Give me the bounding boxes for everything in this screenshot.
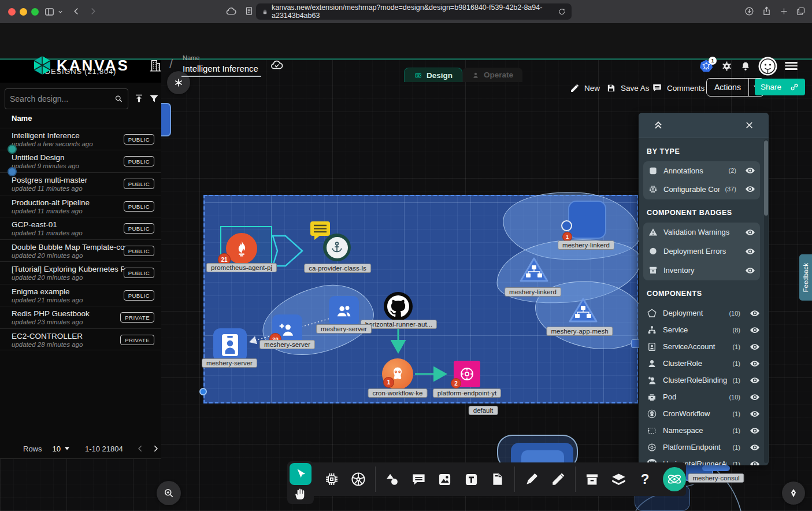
tool-image[interactable]: [433, 466, 457, 492]
tool-text[interactable]: [459, 466, 484, 492]
annotate-pen-button[interactable]: [782, 482, 805, 505]
comments-button[interactable]: Comments: [652, 79, 705, 97]
eye-icon[interactable]: [750, 442, 760, 453]
panel-scrollbar[interactable]: [764, 139, 768, 463]
tool-note[interactable]: [486, 466, 510, 492]
design-list-item[interactable]: Enigma example updated 21 minutes ago PU…: [0, 284, 161, 306]
component-row-namespace[interactable]: Namespace (1): [647, 422, 760, 439]
new-tab-icon[interactable]: [780, 7, 788, 16]
rows-per-page-select[interactable]: 10: [53, 445, 61, 453]
eye-icon[interactable]: [750, 392, 760, 402]
meshery-linkerd-triangle-node[interactable]: [518, 255, 550, 284]
ca-provider-node[interactable]: [323, 234, 351, 261]
design-list-item[interactable]: Untitled Design updated 9 minutes ago PU…: [0, 150, 161, 172]
component-row-platformendpoint[interactable]: PlatformEndpoint (1): [647, 439, 760, 456]
tool-shapes[interactable]: [380, 466, 404, 492]
badge-row-deployment-errors[interactable]: Deployment Errors: [643, 242, 760, 261]
component-row-clusterrolebinding[interactable]: ClusterRoleBinding (1): [647, 372, 760, 388]
zoom-button[interactable]: [157, 481, 181, 505]
organization-icon[interactable]: [148, 58, 163, 73]
back-icon[interactable]: [72, 6, 81, 16]
next-page-button[interactable]: [151, 444, 160, 453]
tool-freehand[interactable]: [546, 466, 570, 492]
forward-icon[interactable]: [88, 6, 98, 16]
reload-icon[interactable]: [558, 8, 566, 16]
minimize-window-button[interactable]: [20, 8, 27, 16]
chevron-down-icon[interactable]: [57, 9, 64, 15]
share-button[interactable]: Share: [755, 79, 805, 95]
meshery-server-card-node[interactable]: [213, 328, 247, 362]
tool-configurable-component[interactable]: [320, 466, 344, 492]
bell-icon[interactable]: [740, 61, 751, 72]
filter-icon[interactable]: [149, 93, 160, 104]
search-box[interactable]: [5, 88, 128, 109]
eye-icon[interactable]: [750, 425, 760, 436]
eye-icon[interactable]: [745, 184, 755, 194]
eye-icon[interactable]: [750, 342, 760, 352]
gear-icon[interactable]: [721, 61, 732, 72]
column-header-name[interactable]: Name: [12, 114, 32, 123]
tool-select[interactable]: [290, 463, 312, 485]
close-window-button[interactable]: [8, 8, 16, 16]
component-row-deployment[interactable]: Deployment (10): [647, 305, 760, 321]
eye-icon[interactable]: [745, 165, 755, 176]
eye-icon[interactable]: [750, 308, 760, 319]
eye-icon[interactable]: [750, 459, 760, 466]
design-list-item[interactable]: EC2-CONTROLLER updated 28 minutes ago PR…: [0, 328, 161, 350]
feedback-tab[interactable]: Feedback: [799, 254, 812, 301]
eye-icon[interactable]: [750, 358, 760, 369]
eye-icon[interactable]: [750, 409, 760, 419]
design-list-item[interactable]: [Tutorial] Exploring Kubernetes Pod upda…: [0, 261, 161, 283]
import-design-icon[interactable]: [134, 93, 144, 104]
design-list-item[interactable]: Postgres multi-master updated 11 minutes…: [0, 172, 161, 194]
menu-icon[interactable]: [785, 62, 798, 70]
design-list-item[interactable]: Production-alt Pipeline updated 11 minut…: [0, 195, 161, 217]
cloud-icon[interactable]: [225, 6, 237, 17]
badge-row-inventory[interactable]: Inventory: [643, 261, 760, 280]
prometheus-node[interactable]: [226, 233, 257, 264]
design-list-item[interactable]: Redis PHP Guestbook updated 23 minutes a…: [0, 306, 161, 328]
reader-icon[interactable]: [244, 6, 254, 16]
tab-design[interactable]: Design: [404, 68, 462, 82]
tool-pan[interactable]: [294, 487, 307, 501]
badge-row-validation-warnings[interactable]: Validation Warnings: [643, 223, 760, 242]
tool-pen[interactable]: [520, 466, 544, 492]
search-input[interactable]: [10, 94, 114, 103]
prev-page-button[interactable]: [136, 444, 145, 453]
eye-icon[interactable]: [745, 246, 755, 257]
avatar[interactable]: [758, 57, 777, 76]
scrollbar-thumb[interactable]: [764, 140, 768, 216]
component-row-cronworkflow[interactable]: CronWorkflow (1): [647, 405, 760, 422]
design-list-item[interactable]: Intelligent Inference updated a few seco…: [0, 128, 161, 150]
tool-help[interactable]: ?: [633, 466, 657, 492]
collapse-panel-button[interactable]: [652, 119, 664, 131]
design-list-item[interactable]: Double Bubble Map Template-copy updated …: [0, 239, 161, 261]
tab-operate[interactable]: Operate: [462, 68, 522, 82]
design-name-input[interactable]: Intelligent Inference: [183, 64, 258, 73]
eye-icon[interactable]: [745, 227, 755, 238]
rows-caret-icon[interactable]: [65, 447, 69, 450]
address-bar[interactable]: kanvas.new/extension/meshmap?mode=design…: [256, 3, 572, 20]
design-list-item[interactable]: GCP-east-01 updated 11 minutes ago PUBLI…: [0, 217, 161, 239]
tool-drawer[interactable]: [580, 466, 605, 492]
layer-row-annotations[interactable]: Annotations (2): [643, 161, 760, 180]
eye-icon[interactable]: [750, 325, 760, 335]
meshery-server-people-node[interactable]: [329, 296, 359, 326]
share-page-icon[interactable]: [762, 6, 772, 16]
tool-kubernetes[interactable]: [346, 466, 370, 492]
meshery-app-mesh-node[interactable]: [567, 296, 599, 325]
layer-row-configurable-components[interactable]: Configurable Compon (37): [643, 180, 760, 198]
selection-handle[interactable]: [199, 388, 207, 395]
component-row-serviceaccount[interactable]: ServiceAccount (1): [647, 338, 760, 355]
meshery-dock-button[interactable]: [663, 467, 686, 491]
maximize-window-button[interactable]: [31, 8, 39, 16]
component-row-pod[interactable]: Pod (10): [647, 388, 760, 405]
new-button[interactable]: New: [570, 79, 600, 97]
save-as-button[interactable]: Save As: [606, 79, 650, 97]
close-panel-button[interactable]: [744, 120, 755, 131]
component-row-service[interactable]: Service (8): [647, 321, 760, 338]
github-runner-node[interactable]: [384, 292, 413, 321]
downloads-icon[interactable]: [744, 6, 754, 16]
component-row-clusterrole[interactable]: ClusterRole (1): [647, 355, 760, 372]
freeze-layout-button[interactable]: [167, 71, 190, 94]
